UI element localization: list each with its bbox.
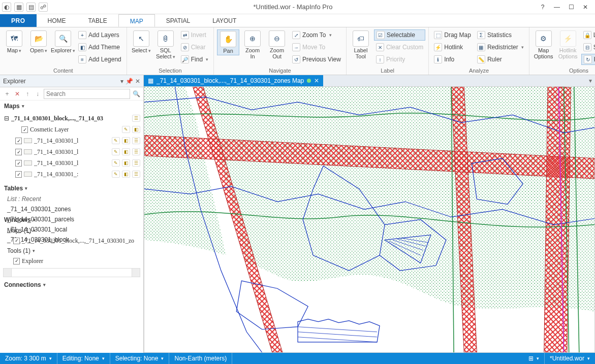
sql-select-button[interactable]: 🛢SQL Select	[154, 29, 177, 61]
tab-pro[interactable]: PRO	[0, 14, 37, 27]
collapse-icon[interactable]: ⊟	[4, 115, 9, 122]
explorer-button[interactable]: 🔍Explorer	[52, 29, 74, 55]
add-legend-button[interactable]: ≡Add Legend	[76, 54, 123, 65]
hotlink-button[interactable]: ⚡Hotlink	[432, 42, 473, 53]
layer-visible-checkbox[interactable]: ✓	[21, 126, 28, 133]
layer-label-icon[interactable]: ◧	[122, 148, 130, 155]
clear-button[interactable]: ⊘Clear	[179, 42, 210, 53]
windows-map-item[interactable]: ✓ _71_14_030301_block,...,_71_14_030301_…	[7, 236, 143, 246]
pan-button[interactable]: ✋Pan	[217, 29, 239, 55]
add-layers-button[interactable]: +Add Layers	[76, 29, 123, 41]
qat-btn-2[interactable]: ▤	[26, 3, 36, 12]
layer-label-icon[interactable]: ◧	[132, 126, 140, 133]
map-button[interactable]: 🗺Map	[3, 29, 25, 55]
down-icon[interactable]: ↓	[34, 90, 42, 97]
layer-row[interactable]: ✓_71_14_030301_l✎◧☰	[4, 146, 143, 157]
add-theme-button[interactable]: ◧Add Theme	[76, 42, 123, 53]
section-tables[interactable]: Tables	[0, 183, 143, 194]
layer-more-icon[interactable]: ☰	[132, 137, 140, 144]
qat-btn-3[interactable]: ☍	[39, 3, 48, 12]
status-file[interactable]: *Untitled.wor	[545, 353, 595, 364]
status-selecting[interactable]: Selecting: None	[110, 353, 170, 364]
zoom-in-button[interactable]: ⊕Zoom In	[241, 29, 264, 60]
map-document-tab[interactable]: ▦ _71_14_030301_block,...,_71_14_030301_…	[144, 75, 323, 86]
map-options-button[interactable]: ⚙Map Options	[533, 29, 555, 60]
qat-btn-1[interactable]: ▦	[14, 3, 23, 12]
section-maps[interactable]: Maps	[0, 101, 143, 112]
layer-visible-checkbox[interactable]: ✓	[15, 149, 22, 155]
layer-visible-checkbox[interactable]: ✓	[15, 138, 22, 144]
up-icon[interactable]: ↑	[23, 90, 32, 97]
map-tab-menu-icon[interactable]: ▾	[586, 77, 595, 84]
tab-close-icon[interactable]: ✕	[314, 77, 319, 84]
delete-icon[interactable]: ✕	[13, 90, 21, 97]
section-windows[interactable]: Windows	[0, 214, 143, 225]
explorer-header[interactable]: Explorer ▾ 📌 ✕	[0, 75, 143, 87]
explorer-close-icon[interactable]: ✕	[135, 78, 140, 85]
tab-home[interactable]: HOME	[37, 14, 77, 27]
map-canvas[interactable]	[144, 86, 595, 353]
close-button[interactable]: ✕	[581, 4, 590, 11]
lock-scale-button[interactable]: 🔒Lock Scale	[581, 29, 595, 41]
status-projection[interactable]: Non-Earth (meters)	[169, 353, 232, 364]
zoom-to-button[interactable]: ⤢Zoom To	[290, 29, 343, 41]
label-tool-button[interactable]: 🏷Label Tool	[350, 29, 372, 60]
search-input[interactable]	[44, 89, 130, 99]
root-map-item[interactable]: ⊟ _71_14_030301_block,...,_71_14_03 ☰	[4, 113, 143, 124]
hotlink-options-button[interactable]: ⚡Hotlink Options	[557, 29, 579, 60]
drag-map-button[interactable]: ⬚Drag Map	[432, 29, 473, 41]
minimize-button[interactable]: —	[552, 4, 561, 11]
add-icon[interactable]: +	[3, 90, 11, 97]
status-zoom[interactable]: Zoom: 3 300 m	[0, 353, 57, 364]
previous-view-button[interactable]: ↺Previous View	[290, 54, 343, 65]
checkbox[interactable]: ✓	[13, 258, 20, 264]
status-editing[interactable]: Editing: None	[57, 353, 110, 364]
select-button[interactable]: ↖Select	[130, 29, 152, 55]
section-connections[interactable]: Connections	[0, 279, 143, 290]
layer-label-icon[interactable]: ◧	[122, 137, 130, 144]
table-item[interactable]: _71_14_030301_zones	[7, 204, 143, 214]
explorer-hscroll[interactable]	[3, 268, 140, 277]
redistricter-button[interactable]: ▦Redistricter	[475, 42, 526, 53]
status-snap[interactable]: ⊞	[523, 353, 545, 364]
layer-row[interactable]: ✓_71_14_030301_l✎◧☰	[4, 135, 143, 146]
tab-map[interactable]: MAP	[118, 14, 155, 27]
layer-label-icon[interactable]: ◧	[122, 159, 130, 167]
tools-section[interactable]: Tools (1)	[7, 246, 143, 256]
layer-tools-icon[interactable]: ☰	[132, 115, 140, 122]
zoom-out-button[interactable]: ⊖Zoom Out	[266, 29, 288, 60]
ruler-button[interactable]: 📏Ruler	[475, 54, 526, 65]
tab-spatial[interactable]: SPATIAL	[155, 14, 202, 27]
layer-row[interactable]: ✓Cosmetic Layer✎◧	[4, 124, 143, 135]
layer-row[interactable]: ✓_71_14_030301_l✎◧☰	[4, 157, 143, 169]
search-icon[interactable]: 🔍	[132, 90, 140, 97]
selectable-button[interactable]: ☑Selectable	[374, 29, 425, 41]
layer-label-icon[interactable]: ◧	[122, 171, 130, 178]
checkbox[interactable]: ✓	[13, 238, 20, 244]
explorer-pin-icon[interactable]: 📌	[126, 78, 133, 85]
open-button[interactable]: 📂Open	[27, 29, 50, 55]
windows-maps[interactable]: Maps (1)	[7, 225, 143, 236]
layer-row[interactable]: ✓_71_14_030301_:✎◧☰	[4, 169, 143, 180]
help-button[interactable]: ?	[538, 4, 547, 11]
redraw-button[interactable]: ↻Redraw	[581, 54, 595, 65]
layer-more-icon[interactable]: ☰	[132, 159, 140, 167]
layer-style-icon[interactable]: ✎	[112, 137, 120, 144]
scalebar-button[interactable]: ⊟Scalebar	[581, 42, 595, 53]
layer-style-icon[interactable]: ✎	[112, 148, 120, 155]
layer-visible-checkbox[interactable]: ✓	[15, 171, 22, 178]
move-to-button[interactable]: →Move To	[290, 42, 343, 53]
clear-custom-button[interactable]: ✕Clear Custom	[374, 42, 425, 53]
priority-button[interactable]: ↕Priority	[374, 54, 425, 65]
layer-more-icon[interactable]: ☰	[132, 171, 140, 178]
layer-visible-checkbox[interactable]: ✓	[15, 160, 22, 167]
layer-style-icon[interactable]: ✎	[122, 126, 130, 133]
layer-style-icon[interactable]: ✎	[112, 159, 120, 167]
find-button[interactable]: 🔎Find	[179, 54, 210, 65]
info-button[interactable]: ℹInfo	[432, 54, 473, 65]
tables-subheader[interactable]: List : Recent	[7, 194, 143, 204]
tab-table[interactable]: TABLE	[77, 14, 118, 27]
layer-style-icon[interactable]: ✎	[112, 171, 120, 178]
statistics-button[interactable]: ΣStatistics	[475, 29, 526, 41]
tools-item[interactable]: ✓ Explorer	[7, 256, 143, 266]
